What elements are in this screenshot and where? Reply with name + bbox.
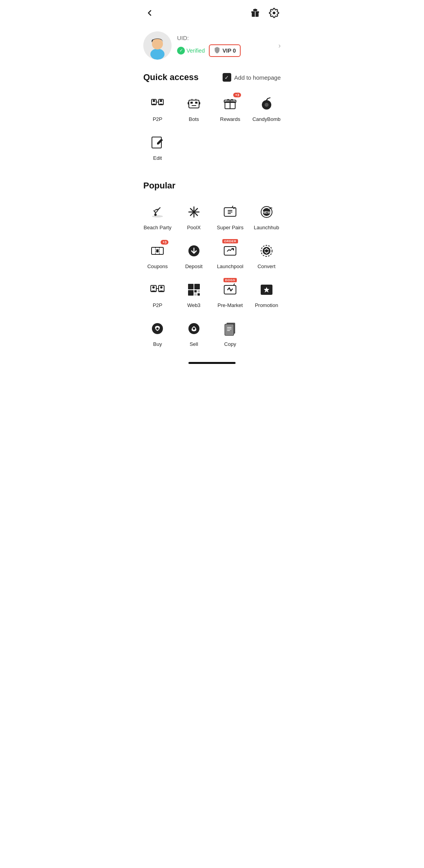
web3-icon <box>185 280 203 299</box>
popular-item-web3[interactable]: Web3 <box>176 275 212 314</box>
super-pairs-icon <box>221 203 239 221</box>
poolx-icon <box>185 203 203 221</box>
popular-item-copy[interactable]: Copy <box>212 314 249 353</box>
add-homepage-label: Add to homepage <box>234 74 281 81</box>
popular-item-launchpool[interactable]: ORDER Launchpool <box>212 236 249 275</box>
popular-title: Popular <box>143 181 175 191</box>
popular-item-launchpool-label: Launchpool <box>217 263 243 269</box>
rewards-badge: +3 <box>233 93 241 97</box>
deposit-icon <box>185 241 203 260</box>
quick-item-candybomb-label: CandyBomb <box>252 116 281 122</box>
popular-item-pre-market-label: Pre-Market <box>217 302 243 308</box>
settings-button[interactable] <box>267 6 281 22</box>
popular-item-poolx[interactable]: PoolX <box>176 197 212 236</box>
popular-item-deposit[interactable]: Deposit <box>176 236 212 275</box>
svg-point-48 <box>152 286 155 289</box>
candybomb-icon <box>257 94 276 113</box>
popular-item-pre-market[interactable]: DOGS Pre-Market <box>212 275 249 314</box>
launchpool-badge: ORDER <box>223 239 238 243</box>
svg-point-46 <box>263 247 270 255</box>
svg-rect-53 <box>194 284 200 289</box>
bottom-bar <box>135 356 289 367</box>
gift-button[interactable] <box>249 6 262 22</box>
launchpool-icon: ORDER <box>221 241 239 260</box>
badges-row: ✓ Verified VIP 0 <box>177 44 273 57</box>
svg-rect-14 <box>190 102 193 104</box>
top-nav-right <box>249 6 281 22</box>
svg-rect-68 <box>225 324 234 335</box>
beach-party-icon <box>148 203 167 221</box>
popular-item-sell-label: Sell <box>190 341 198 347</box>
verified-icon: ✓ <box>177 47 185 55</box>
p2p-icon <box>148 94 167 113</box>
popular-item-beach-party[interactable]: Beach Party <box>139 197 176 236</box>
popular-item-p2p[interactable]: P2P <box>139 275 176 314</box>
checkbox-icon: ✓ <box>223 73 231 82</box>
launchhub-icon: NEW <box>257 203 276 221</box>
quick-item-rewards-label: Rewards <box>220 116 240 122</box>
popular-header: Popular <box>135 177 289 197</box>
svg-rect-54 <box>188 290 194 296</box>
svg-point-29 <box>152 215 163 217</box>
pre-market-icon: DOGS <box>221 280 239 299</box>
verified-badge: ✓ Verified <box>177 47 205 55</box>
buy-icon <box>148 319 167 338</box>
profile-info: UID: ✓ Verified VIP 0 <box>177 35 273 57</box>
profile-arrow[interactable]: › <box>278 42 281 50</box>
svg-rect-15 <box>195 102 197 104</box>
quick-item-edit[interactable]: Edit <box>139 128 176 166</box>
quick-access-header: Quick access ✓ Add to homepage <box>135 69 289 89</box>
popular-item-poolx-label: PoolX <box>187 225 201 230</box>
verified-label: Verified <box>186 48 205 54</box>
quick-access-grid: P2P Bots +3 <box>135 89 289 170</box>
quick-item-p2p[interactable]: P2P <box>139 89 176 128</box>
svg-rect-52 <box>188 284 194 289</box>
quick-item-candybomb[interactable]: CandyBomb <box>249 89 285 128</box>
popular-item-super-pairs[interactable]: Super Pairs <box>212 197 249 236</box>
svg-line-40 <box>271 208 272 208</box>
quick-item-p2p-label: P2P <box>153 116 163 122</box>
p2p2-icon <box>148 280 167 299</box>
quick-item-bots[interactable]: Bots <box>176 89 212 128</box>
top-nav <box>135 0 289 25</box>
coupons-badge: +3 <box>161 240 168 245</box>
svg-point-9 <box>153 100 155 102</box>
svg-text:NEW: NEW <box>262 210 271 214</box>
svg-rect-57 <box>194 293 197 296</box>
uid-row: UID: <box>177 35 273 41</box>
popular-item-buy-label: Buy <box>153 341 162 347</box>
popular-item-buy[interactable]: Buy <box>139 314 176 353</box>
popular-item-promotion-label: Promotion <box>255 302 278 308</box>
rewards-icon: +3 <box>221 94 239 113</box>
pre-market-badge: DOGS <box>223 278 237 282</box>
quick-access-title: Quick access <box>143 72 199 82</box>
vip-shield-icon <box>214 46 221 55</box>
popular-item-promotion[interactable]: Promotion <box>249 275 285 314</box>
popular-item-launchhub[interactable]: NEW Launchhub <box>249 197 285 236</box>
popular-item-p2p-label: P2P <box>153 302 163 308</box>
add-homepage[interactable]: ✓ Add to homepage <box>223 73 281 82</box>
vip-badge[interactable]: VIP 0 <box>209 44 241 57</box>
popular-grid: Beach Party PoolX Super Pairs <box>135 197 289 353</box>
avatar <box>143 31 172 60</box>
vip-label: VIP 0 <box>223 48 236 54</box>
popular-item-coupons-label: Coupons <box>147 263 168 269</box>
edit-icon <box>148 133 167 152</box>
profile-section: UID: ✓ Verified VIP 0 › <box>135 25 289 69</box>
popular-item-deposit-label: Deposit <box>185 263 203 269</box>
popular-item-convert[interactable]: Convert <box>249 236 285 275</box>
svg-point-11 <box>160 100 162 102</box>
popular-item-launchhub-label: Launchhub <box>254 225 279 230</box>
svg-rect-19 <box>188 102 189 104</box>
popular-item-sell[interactable]: Sell <box>176 314 212 353</box>
popular-item-web3-label: Web3 <box>187 302 201 308</box>
quick-item-rewards[interactable]: +3 Rewards <box>212 89 249 128</box>
popular-item-coupons[interactable]: +3 Coupons <box>139 236 176 275</box>
quick-item-bots-label: Bots <box>189 116 199 122</box>
promotion-icon <box>257 280 276 299</box>
copy-icon <box>221 319 239 338</box>
back-button[interactable] <box>143 7 156 22</box>
svg-rect-58 <box>197 293 200 296</box>
sell-icon <box>185 319 203 338</box>
svg-rect-55 <box>194 290 197 292</box>
